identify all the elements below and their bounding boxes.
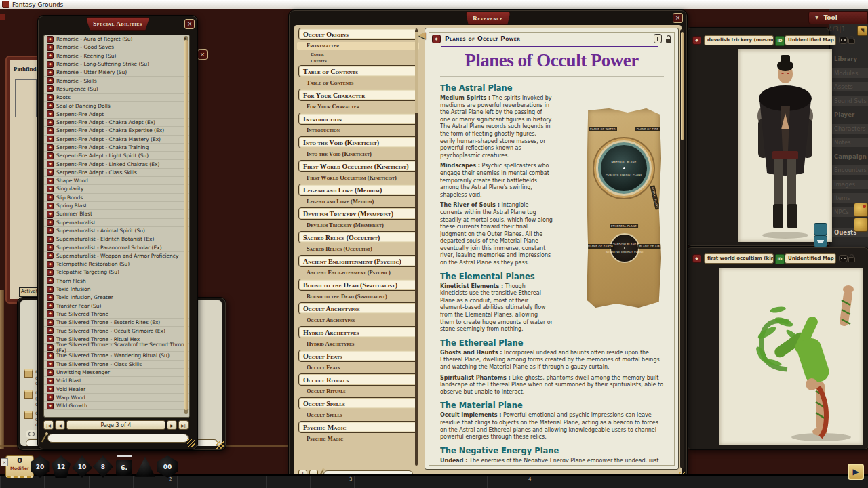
abilities-resize-grip[interactable] [187,439,195,447]
window-mode-icon[interactable] [654,34,662,43]
image-window-kineticist[interactable]: ◆ first world occultism (kineticis ID Un… [686,247,868,450]
ability-list-item[interactable]: ◆ True Silvered Throne - Wandering Ritua… [44,352,189,360]
toc-scrollbar[interactable] [415,29,418,466]
abilities-scroll-thumb[interactable] [184,40,188,410]
ability-list-item[interactable]: ◆ Remorse - Good Saves [44,43,189,52]
special-abilities-banner[interactable]: Special Abilities [85,17,149,30]
toc-item[interactable]: Occult Origins [298,28,418,40]
toc-item[interactable]: Hybrid Archetypes [297,340,419,348]
toolbar-corner-icon[interactable]: ◥ [857,26,867,36]
ability-list-item[interactable]: ◆ Serpent-Fire Adept - Chakra Adept (Ex) [44,119,189,127]
toc-item[interactable]: Table of Contents [297,79,419,87]
alert-dock-icon[interactable] [854,203,868,217]
toc-item[interactable]: Table of Contents [298,65,418,77]
window-lock-icon[interactable] [848,257,855,262]
image-link-icon[interactable]: ◆ [692,254,701,263]
toc-item[interactable]: Sacred Relics (Occultist) [298,231,418,243]
ability-list-item[interactable]: ◆ Serpent-Fire Adept - Class Skills [44,169,189,177]
toc-item[interactable]: First World Occultism (Kineticist) [298,160,418,172]
ability-list-item[interactable]: ◆ True Silvered Throne - Class Skills [44,361,189,369]
toc-item[interactable]: For Your Character [297,103,419,111]
toc-item[interactable]: First World Occultism (Kineticist) [297,174,419,182]
toc-item[interactable]: Occult Rituals [298,373,418,386]
chat-resize-grip[interactable] [216,441,224,449]
page-last-button[interactable]: ▶| [178,420,189,430]
ability-list-item[interactable]: ◆ Supernaturalist [44,219,189,227]
toc-item[interactable]: Devilish Trickery (Mesmerist) [298,207,418,220]
corner-close-icon[interactable]: × [1,458,8,466]
sidebar-item[interactable]: Encounters [829,165,868,175]
tool-menu-button[interactable]: ▼ Tool [808,11,868,24]
page-next-button[interactable]: ▶ [167,420,177,430]
ability-list-item[interactable]: ◆ Remorse - Keening (Su) [44,52,189,60]
play-button[interactable]: ▶ [848,464,864,480]
page-first-button[interactable]: |◀ [43,420,54,430]
die[interactable] [135,455,155,478]
ability-list-item[interactable]: ◆ Void Healer [44,385,189,393]
ability-list-item[interactable]: ◆ Summer Blast [44,210,189,218]
toc-item[interactable]: Into the Void (Kineticist) [297,150,419,159]
toc-item[interactable]: Occult Rituals [297,388,419,396]
toc-item[interactable]: Legend and Lore (Medium) [297,198,419,206]
toc-item[interactable]: Occult Spells [297,411,419,420]
ability-list-item[interactable]: ◆ Supernaturalist - Weapon and Armor Pro… [44,252,189,260]
ability-list-item[interactable]: ◆ True Silvered Throne [44,310,189,319]
toc-item[interactable]: Sacred Relics (Occultist) [297,245,419,253]
reference-banner[interactable]: Reference [465,12,511,25]
ability-list-item[interactable]: ◆ Serpent-Fire Adept - Linked Chakras (E… [44,160,189,168]
map-name-field[interactable]: Unidentified Map / Im [785,253,836,264]
toc-item[interactable]: Hybrid Archetypes [298,326,418,338]
toc-item[interactable]: Occult Feats [298,350,418,362]
ability-list-item[interactable]: ◆ Seal of Dancing Dolls [44,102,189,110]
player-view-mask-icon[interactable] [839,37,848,44]
toc-item[interactable]: Psychic Magic [298,421,418,433]
toc-item[interactable]: Cover [297,52,419,58]
identified-badge[interactable]: ID [775,36,785,46]
sidebar-item[interactable]: Player [829,110,868,119]
special-abilities-window[interactable]: Special Abilities × ◆ Remorse - Aura of … [37,15,198,450]
ability-list-item[interactable]: ◆ Serpent-Fire Adept - Light Spirit (Su) [44,152,189,160]
ability-list-item[interactable]: ◆ Serpent-Fire Adept - Chakra Mastery (E… [44,136,189,144]
reference-window[interactable]: Reference × Occult Origins Frontmatter C… [288,9,688,483]
ability-list-item[interactable]: ◆ Transfer Fear (Su) [44,302,189,310]
ability-list-item[interactable]: ◆ Singularity [44,185,189,193]
ability-list-item[interactable]: ◆ Unwitting Messenger [44,369,189,377]
image-title-field[interactable]: first world occultism (kineticis [704,253,774,264]
die[interactable]: 6. [116,460,132,476]
ability-list-item[interactable]: ◆ Remorse - Skills [44,77,189,85]
ability-list-item[interactable]: ◆ Serpent-Fire Adept [44,110,189,119]
abilities-search-input[interactable] [47,434,189,443]
image-title-field[interactable]: develish trickery (mesmerist) [704,35,774,45]
content-scrollbar[interactable] [680,29,684,468]
module-cover-thumbnail[interactable] [15,79,37,117]
bowl-dock-icon[interactable] [814,235,827,247]
ability-list-item[interactable]: ◆ True Silvered Throne - Scarab of the S… [44,344,189,352]
ability-list-item[interactable]: ◆ Serpent-Fire Adept - Chakra Expertise … [44,127,189,135]
sidebar-item[interactable]: Notes [829,138,868,147]
toc-item[interactable]: Introduction [298,113,418,125]
toc-item[interactable]: Introduction [297,127,419,135]
sidebar-item[interactable]: Images [829,180,868,189]
toc-item[interactable]: Occult Archetypes [298,302,418,314]
sidebar-item[interactable]: Assets [829,82,868,92]
toc-scroll-thumb[interactable] [415,32,418,113]
ability-list-item[interactable]: ◆ Serpent-Fire Adept - Chakra Training [44,144,189,152]
sidebar-item[interactable]: Items [829,193,868,203]
ability-list-item[interactable]: ◆ Resurgence (Su) [44,85,189,94]
hidden-window-close-button[interactable]: × [197,49,208,60]
toc-item[interactable]: For Your Character [298,89,418,101]
map-name-field[interactable]: Unidentified Map / Im [785,35,836,45]
ability-list-item[interactable]: ◆ Toxic Infusion [44,285,189,293]
sidebar-item[interactable]: Characters [829,124,868,134]
toc-item[interactable]: Frontmatter [297,42,419,50]
toc-item[interactable]: Occult Archetypes [297,317,419,325]
special-abilities-close-button[interactable]: × [184,19,195,29]
toc-item[interactable]: Into the Void (Kineticist) [298,136,418,148]
window-lock-icon[interactable] [848,39,855,44]
ability-list-item[interactable]: ◆ Spring Blast [44,202,189,210]
ability-list-item[interactable]: ◆ Shape Wood [44,177,189,185]
lock-icon[interactable] [666,39,671,43]
sidebar-item[interactable]: Modules [829,68,868,78]
identified-badge[interactable]: ID [775,254,785,264]
ability-list-item[interactable]: ◆ Warp Wood [44,394,189,402]
